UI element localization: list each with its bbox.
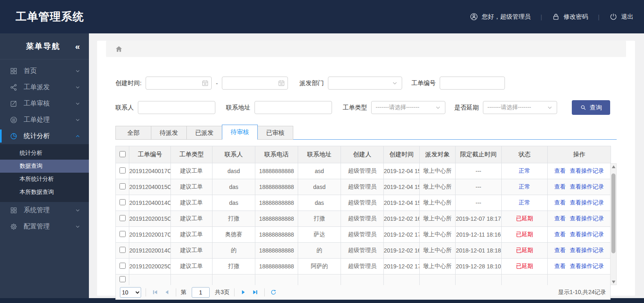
app-header: 工单管理系统 您好，超级管理员 | 修改密码 | 退出 bbox=[0, 0, 644, 33]
chevron-down-icon bbox=[75, 117, 81, 123]
user-greeting[interactable]: 您好，超级管理员 bbox=[470, 13, 531, 21]
view-link[interactable]: 查看 bbox=[554, 199, 566, 206]
order-type-select[interactable]: -------请选择------- bbox=[371, 101, 445, 114]
refresh-button[interactable] bbox=[269, 288, 278, 297]
view-log-link[interactable]: 查看操作记录 bbox=[570, 231, 604, 237]
search-button[interactable]: 查询 bbox=[572, 100, 610, 115]
cell-phone: 18888888888 bbox=[255, 179, 298, 195]
chevron-up-icon bbox=[75, 133, 81, 139]
chevron-down-icon bbox=[75, 84, 81, 90]
sidebar-item-review[interactable]: 工单审核 bbox=[0, 95, 89, 112]
sidebar-item-label: 工单派发 bbox=[24, 83, 50, 92]
prev-page-button[interactable] bbox=[162, 288, 171, 297]
row-checkbox[interactable] bbox=[120, 263, 126, 269]
date-start-wrap bbox=[146, 77, 212, 90]
submenu-item-data-query[interactable]: 数据查询 bbox=[0, 160, 89, 173]
last-page-button[interactable] bbox=[251, 288, 260, 297]
address-label: 联系地址 bbox=[226, 104, 250, 112]
logout-button[interactable]: 退出 bbox=[609, 13, 633, 21]
view-log-link[interactable]: 查看操作记录 bbox=[570, 183, 604, 190]
home-icon[interactable] bbox=[115, 45, 123, 53]
submenu-item-local-data-query[interactable]: 本所数据查询 bbox=[0, 186, 89, 199]
tab-dispatched[interactable]: 已派发 bbox=[186, 126, 222, 140]
date-start-input[interactable] bbox=[146, 77, 212, 90]
select-all-checkbox[interactable] bbox=[120, 151, 126, 157]
cell-deadline: 2019-12-28 18:10 bbox=[456, 259, 502, 274]
tab-pending-dispatch[interactable]: 待派发 bbox=[151, 126, 187, 140]
status-badge: 已延期 bbox=[516, 247, 533, 253]
next-page-button[interactable] bbox=[239, 288, 248, 297]
cell-created: 2019-12-02 16 bbox=[384, 211, 420, 227]
submenu-item-statistics[interactable]: 统计分析 bbox=[0, 147, 89, 160]
sidebar-item-home[interactable]: 首页 bbox=[0, 63, 89, 79]
row-select-cell bbox=[116, 274, 129, 285]
cell-contact: 打撒 bbox=[212, 211, 255, 227]
row-checkbox[interactable] bbox=[120, 247, 126, 253]
row-checkbox[interactable] bbox=[120, 183, 126, 189]
date-end-input[interactable] bbox=[222, 77, 288, 90]
row-checkbox[interactable] bbox=[120, 215, 126, 221]
view-link[interactable]: 查看 bbox=[554, 231, 566, 237]
status-badge: 已延期 bbox=[516, 263, 533, 269]
sidebar-item-config[interactable]: 配置管理 bbox=[0, 218, 89, 235]
power-icon bbox=[609, 13, 617, 21]
view-log-link[interactable]: 查看操作记录 bbox=[570, 167, 604, 174]
cell-phone: 18888888888 bbox=[255, 243, 298, 259]
created-time-label: 创建时间: bbox=[115, 79, 142, 87]
status-badge: 正常 bbox=[519, 167, 530, 174]
sidebar-item-statistics[interactable]: 统计分析 bbox=[0, 128, 89, 144]
tab-reviewed[interactable]: 已审核 bbox=[257, 126, 293, 140]
sidebar-item-label: 统计分析 bbox=[24, 132, 50, 141]
select-all-header bbox=[116, 146, 129, 163]
view-link[interactable]: 查看 bbox=[554, 215, 566, 222]
view-link[interactable]: 查看 bbox=[554, 263, 566, 269]
cell-clipped bbox=[171, 274, 212, 285]
user-greeting-label: 您好，超级管理员 bbox=[482, 13, 531, 21]
cell-actions: 查看查看操作记录 bbox=[548, 179, 611, 195]
view-log-link[interactable]: 查看操作记录 bbox=[570, 199, 604, 206]
chevron-down-icon bbox=[75, 224, 81, 230]
contact-input[interactable] bbox=[138, 101, 215, 114]
row-checkbox[interactable] bbox=[120, 199, 126, 205]
cell-clipped bbox=[341, 274, 384, 285]
change-password-button[interactable]: 修改密码 bbox=[552, 13, 588, 21]
department-select[interactable] bbox=[328, 77, 402, 90]
row-checkbox[interactable] bbox=[120, 167, 126, 173]
main-area: 创建时间: - 派发部门 工单编号 bbox=[89, 33, 644, 298]
view-log-link[interactable]: 查看操作记录 bbox=[570, 263, 604, 269]
lock-icon bbox=[552, 13, 560, 21]
cell-status: 已延期 bbox=[502, 227, 548, 243]
cell-created: 2019-12-02 16 bbox=[384, 243, 420, 259]
tab-pending-review[interactable]: 待审核 bbox=[222, 125, 258, 140]
order-no-input[interactable] bbox=[440, 77, 505, 90]
submenu-item-local-statistics[interactable]: 本所统计分析 bbox=[0, 173, 89, 186]
collapse-sidebar-icon[interactable]: « bbox=[75, 42, 80, 50]
cell-phone: 18888888888 bbox=[255, 195, 298, 211]
table-scrollbar[interactable] bbox=[610, 163, 617, 285]
sidebar-item-system[interactable]: 系统管理 bbox=[0, 202, 89, 218]
scroll-down-icon[interactable] bbox=[611, 279, 616, 285]
first-page-button[interactable] bbox=[150, 288, 159, 297]
tab-all[interactable]: 全部 bbox=[115, 126, 151, 140]
row-checkbox[interactable] bbox=[120, 231, 126, 237]
page-size-select[interactable]: 10 bbox=[120, 287, 141, 298]
sidebar-item-process[interactable]: 工单处理 bbox=[0, 112, 89, 128]
row-checkbox[interactable] bbox=[120, 276, 126, 282]
scroll-up-icon[interactable] bbox=[611, 164, 616, 169]
scrollbar-thumb[interactable] bbox=[611, 173, 615, 253]
row-select-cell bbox=[116, 179, 129, 195]
order-no-label: 工单编号 bbox=[411, 79, 436, 87]
address-input[interactable] bbox=[255, 101, 332, 114]
pie-chart-icon bbox=[10, 132, 18, 140]
view-link[interactable]: 查看 bbox=[554, 167, 566, 174]
cell-order-no: 201912020014C bbox=[129, 243, 171, 259]
view-link[interactable]: 查看 bbox=[554, 247, 566, 253]
sidebar-item-dispatch[interactable]: 工单派发 bbox=[0, 79, 89, 95]
page-number-input[interactable] bbox=[192, 287, 210, 298]
view-log-link[interactable]: 查看操作记录 bbox=[570, 215, 604, 222]
view-link[interactable]: 查看 bbox=[554, 183, 566, 190]
view-log-link[interactable]: 查看操作记录 bbox=[570, 247, 604, 253]
delay-select[interactable]: -------请选择------- bbox=[483, 101, 557, 114]
cell-created: 2019-12-04 15 bbox=[384, 163, 420, 179]
cell-phone: 18888888888 bbox=[255, 211, 298, 227]
